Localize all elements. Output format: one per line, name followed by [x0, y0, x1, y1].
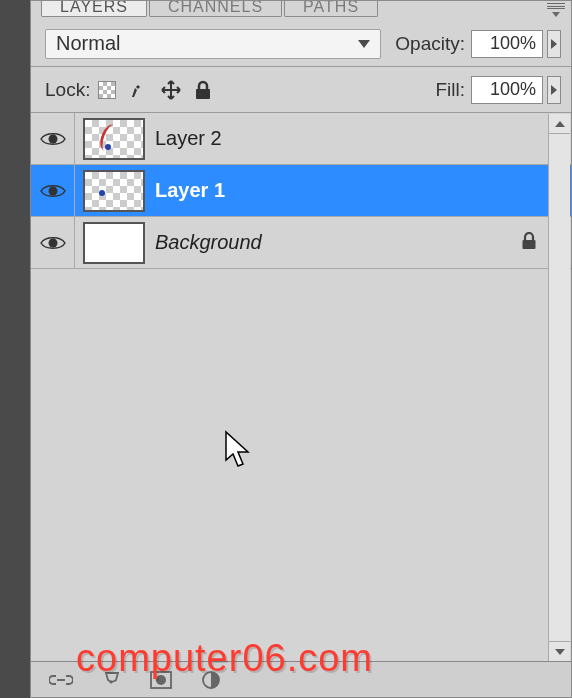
tab-layers[interactable]: LAYERS: [41, 1, 147, 17]
layer-mask-icon[interactable]: [149, 668, 173, 692]
app-left-strip: [0, 0, 30, 698]
layers-list: Layer 2 Layer 1 Background: [31, 113, 571, 269]
layer-row[interactable]: Background: [31, 217, 571, 269]
lock-pixels-icon[interactable]: [128, 79, 150, 101]
fill-field[interactable]: 100%: [471, 76, 543, 104]
lock-fill-row: Lock: Fill: 100%: [31, 67, 571, 113]
panel-tabs: LAYERS CHANNELS PATHS: [31, 1, 571, 21]
svg-point-2: [48, 186, 57, 195]
layers-panel: LAYERS CHANNELS PATHS Normal Opacity: 10…: [30, 0, 572, 698]
lock-transparency-icon[interactable]: [96, 79, 118, 101]
lock-position-icon[interactable]: [160, 79, 182, 101]
layer-name-label: Background: [155, 231, 521, 254]
layer-row[interactable]: Layer 1: [31, 165, 571, 217]
layer-name-label: Layer 1: [155, 179, 571, 202]
panel-menu-icon[interactable]: [547, 3, 565, 17]
svg-rect-0: [196, 89, 210, 99]
eye-icon: [40, 234, 66, 252]
visibility-toggle[interactable]: [31, 165, 75, 216]
layer-thumbnail[interactable]: [83, 222, 145, 264]
blend-mode-value: Normal: [56, 32, 120, 55]
scroll-down-icon[interactable]: [549, 641, 570, 661]
tab-channels[interactable]: CHANNELS: [149, 1, 282, 17]
link-layers-icon[interactable]: [49, 668, 73, 692]
chevron-down-icon: [358, 40, 370, 48]
svg-point-7: [156, 675, 166, 685]
lock-icon: [521, 232, 537, 253]
layer-name-label: Layer 2: [155, 127, 571, 150]
layer-thumbnail[interactable]: [83, 170, 145, 212]
visibility-toggle[interactable]: [31, 113, 75, 164]
opacity-label: Opacity:: [395, 33, 465, 55]
layers-scrollbar[interactable]: [548, 114, 570, 661]
scroll-up-icon[interactable]: [549, 114, 570, 134]
blend-opacity-row: Normal Opacity: 100%: [31, 21, 571, 67]
layer-row[interactable]: Layer 2: [31, 113, 571, 165]
tab-paths[interactable]: PATHS: [284, 1, 378, 17]
blend-mode-select[interactable]: Normal: [45, 29, 381, 59]
fill-label: Fill:: [435, 79, 465, 101]
eye-icon: [40, 130, 66, 148]
lock-icons-group: [96, 79, 435, 101]
svg-point-1: [48, 134, 57, 143]
opacity-flyout-icon[interactable]: [547, 30, 561, 58]
layer-thumbnail[interactable]: [83, 118, 145, 160]
visibility-toggle[interactable]: [31, 217, 75, 268]
eye-icon: [40, 182, 66, 200]
svg-point-3: [48, 238, 57, 247]
svg-point-5: [110, 680, 113, 683]
lock-all-icon[interactable]: [192, 79, 214, 101]
layer-style-icon[interactable]: [99, 668, 123, 692]
fill-flyout-icon[interactable]: [547, 76, 561, 104]
adjustment-layer-icon[interactable]: [199, 668, 223, 692]
svg-rect-4: [523, 240, 536, 249]
opacity-field[interactable]: 100%: [471, 30, 543, 58]
lock-label: Lock:: [45, 79, 90, 101]
panel-bottom-bar: [31, 661, 571, 697]
